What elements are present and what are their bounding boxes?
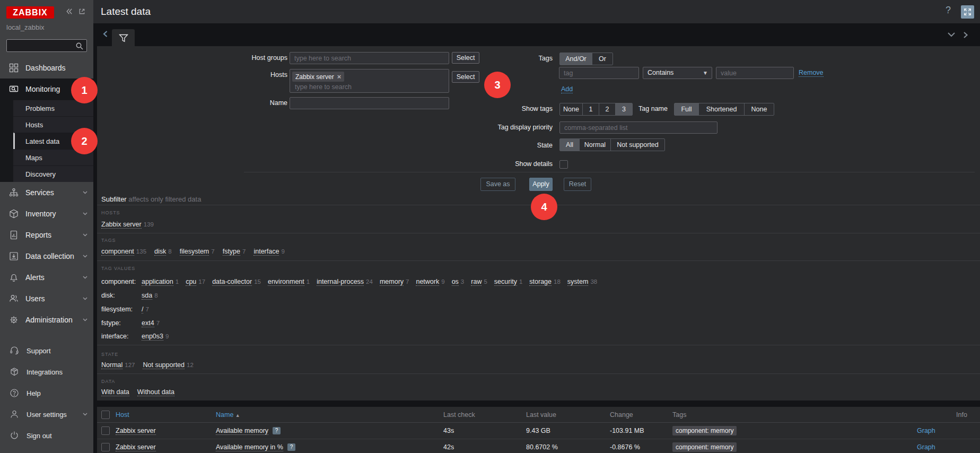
save-as-button[interactable]: Save as: [480, 178, 515, 191]
graph-cell[interactable]: Graph: [917, 423, 935, 439]
subfilter-tag-value[interactable]: system38: [567, 278, 597, 285]
subfilter-state[interactable]: Not supported12: [143, 361, 193, 369]
subfilter-host[interactable]: Zabbix server139: [101, 221, 154, 228]
tags-andor-option[interactable]: And/Or: [560, 53, 592, 65]
sidebar-item-user-settings[interactable]: User settings: [0, 404, 93, 425]
host-chip[interactable]: Zabbix server×: [292, 72, 344, 82]
remove-tag-link[interactable]: Remove: [799, 67, 824, 79]
tag-display-priority-input[interactable]: [559, 121, 718, 134]
subfilter-tag-value[interactable]: raw5: [471, 278, 487, 285]
subfilter-tag-value[interactable]: network9: [416, 278, 444, 285]
subfilter-data-heading: DATA: [101, 379, 115, 384]
tag-name-none[interactable]: None: [745, 103, 774, 115]
host-column-header[interactable]: Host: [116, 407, 129, 423]
expand-icon: [964, 8, 972, 16]
last-value-cell: 9.43 GB: [526, 423, 550, 439]
subfilter-tag[interactable]: interface9: [253, 248, 284, 255]
sidebar-item-users[interactable]: Users: [0, 288, 93, 309]
subfilter-data-with[interactable]: With data: [101, 388, 129, 396]
tag-name-full[interactable]: Full: [675, 103, 699, 115]
name-column-header[interactable]: Name ▲: [216, 407, 240, 423]
graph-cell[interactable]: Graph: [917, 439, 935, 453]
latest-data-table: Host Name ▲ Last check Last value Change…: [97, 407, 980, 453]
subfilter-tag-value[interactable]: cpu17: [186, 278, 205, 285]
subfilter-data-without[interactable]: Without data: [137, 388, 174, 396]
state-label: State: [415, 140, 553, 152]
subfilter-tag-value[interactable]: application1: [142, 278, 179, 285]
subfilter-tag-value[interactable]: data-collector15: [212, 278, 261, 285]
subfilter-tag-value[interactable]: memory7: [380, 278, 409, 285]
subfilter-tag-value[interactable]: sda8: [142, 292, 158, 299]
row-checkbox[interactable]: [101, 426, 110, 435]
subfilter-tag[interactable]: component135: [101, 248, 146, 255]
sidebar-item-reports[interactable]: Reports: [0, 224, 93, 246]
last-check-column-header: Last check: [443, 407, 475, 423]
filter-tab[interactable]: [112, 29, 135, 47]
collapse-filter-icon[interactable]: [947, 32, 956, 37]
subfilter-tag-value[interactable]: storage18: [529, 278, 561, 285]
host-cell[interactable]: Zabbix server: [116, 439, 156, 453]
tag-value-input[interactable]: [716, 67, 794, 79]
sidebar-item-data-collection[interactable]: Data collection: [0, 246, 93, 267]
previous-filter-icon[interactable]: [102, 30, 108, 38]
tag-chip[interactable]: component: memory: [672, 442, 737, 452]
show-details-checkbox[interactable]: [559, 160, 568, 169]
sidebar-item-integrations[interactable]: Integrations: [0, 361, 93, 382]
subfilter-tag-value[interactable]: environment1: [268, 278, 310, 285]
sidebar-search-input[interactable]: [6, 39, 87, 52]
sidebar-item-sign-out[interactable]: Sign out: [0, 425, 93, 446]
subfilter-tag-value[interactable]: internal-process24: [317, 278, 373, 285]
subfilter-tag-value[interactable]: ext47: [142, 319, 160, 327]
subfilter-tag-value[interactable]: enp0s39: [142, 333, 169, 340]
state-not-supported[interactable]: Not supported: [611, 139, 664, 151]
item-name-cell[interactable]: Available memory in %?: [216, 439, 295, 453]
sidebar-item-services[interactable]: Services: [0, 182, 93, 203]
item-help-icon[interactable]: ?: [273, 427, 281, 434]
subfilter-tag-value[interactable]: security1: [494, 278, 522, 285]
kiosk-mode-button[interactable]: [961, 5, 974, 19]
reset-button[interactable]: Reset: [564, 178, 591, 191]
subfilter-tag[interactable]: filesystem7: [180, 248, 215, 255]
sidebar-item-administration[interactable]: Administration: [0, 309, 93, 330]
state-all[interactable]: All: [560, 139, 580, 151]
subfilter-tag[interactable]: disk8: [154, 248, 172, 255]
remove-chip-icon[interactable]: ×: [337, 73, 342, 81]
tag-input[interactable]: [559, 67, 639, 79]
hosts-multiselect[interactable]: Zabbix server× type here to search: [290, 69, 449, 93]
hosts-select-button[interactable]: Select: [452, 71, 479, 83]
chevron-down-icon: [83, 297, 88, 300]
server-name: local_zabbix: [6, 23, 45, 31]
sidebar-item-inventory[interactable]: Inventory: [0, 203, 93, 224]
page-header: Latest data ?: [93, 0, 980, 23]
change-column-header: Change: [610, 407, 633, 423]
collapse-sidebar-icon[interactable]: [65, 7, 73, 15]
subfilter-tag-value[interactable]: /7: [142, 306, 149, 313]
tag-name-shortened[interactable]: Shortened: [699, 103, 745, 115]
item-help-icon[interactable]: ?: [287, 443, 295, 451]
row-checkbox[interactable]: [101, 443, 110, 451]
apply-button[interactable]: Apply: [529, 178, 553, 191]
sidebar-item-help[interactable]: Help: [0, 382, 93, 404]
add-tag-link[interactable]: Add: [561, 83, 573, 95]
tags-column-header: Tags: [672, 407, 686, 423]
filter-footer-divider: [244, 172, 975, 172]
sidebar-item-dashboards[interactable]: Dashboards: [0, 57, 93, 79]
documentation-help-icon[interactable]: ?: [946, 5, 951, 16]
state-normal[interactable]: Normal: [580, 139, 611, 151]
select-all-checkbox[interactable]: [101, 411, 110, 419]
subfilter-tag[interactable]: fstype7: [223, 248, 246, 255]
next-page-icon[interactable]: [963, 31, 968, 39]
sidebar-item-alerts[interactable]: Alerts: [0, 267, 93, 288]
tag-operator-select[interactable]: Contains▼: [643, 67, 712, 79]
tag-chip[interactable]: component: memory: [672, 426, 737, 435]
sidebar-item-discovery[interactable]: Discovery: [13, 165, 93, 182]
host-cell[interactable]: Zabbix server: [116, 423, 156, 439]
undock-sidebar-icon[interactable]: [78, 7, 86, 15]
tags-or-option[interactable]: Or: [592, 53, 612, 65]
sidebar-item-support[interactable]: Support: [0, 340, 93, 361]
zabbix-logo[interactable]: ZABBIX: [6, 6, 54, 19]
subfilter-tag-value[interactable]: os3: [452, 278, 465, 285]
item-name-cell[interactable]: Available memory?: [216, 423, 281, 439]
chevron-down-icon: [83, 191, 88, 194]
subfilter-state[interactable]: Normal127: [101, 361, 135, 369]
